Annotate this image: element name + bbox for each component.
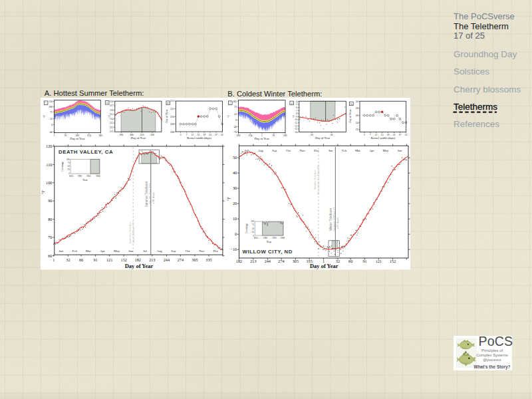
svg-text:−8: −8 xyxy=(295,112,298,115)
svg-text:0: 0 xyxy=(235,119,237,122)
svg-text:2000: 2000 xyxy=(96,175,100,178)
svg-text:Jun: Jun xyxy=(128,249,133,253)
svg-text:Day of Year: Day of Year xyxy=(125,263,154,269)
svg-text:WILLOW CITY, ND: WILLOW CITY, ND xyxy=(243,249,293,255)
svg-text:ii: ii xyxy=(291,102,293,105)
svg-text:1853: 1853 xyxy=(254,237,259,239)
svg-text:Day of Year: Day of Year xyxy=(255,137,270,140)
svg-text:19: 19 xyxy=(203,134,205,136)
svg-text:A. Hottest Summer Teletherm:: A. Hottest Summer Teletherm: xyxy=(45,89,144,97)
svg-text:274: 274 xyxy=(87,134,91,137)
svg-text:30: 30 xyxy=(331,134,333,136)
svg-text:Mar: Mar xyxy=(355,149,360,152)
svg-text:110: 110 xyxy=(46,162,52,167)
svg-text:°F: °F xyxy=(41,190,45,195)
svg-text:213: 213 xyxy=(149,257,155,262)
svg-text:i: i xyxy=(46,102,47,104)
svg-text:10: 10 xyxy=(233,216,237,221)
svg-text:244: 244 xyxy=(164,257,170,262)
svg-text:31: 31 xyxy=(405,134,408,136)
svg-text:75: 75 xyxy=(68,162,70,164)
svg-text:1853: 1853 xyxy=(69,175,74,178)
svg-text:Kernel width (days): Kernel width (days) xyxy=(371,136,396,140)
svg-text:Oct: Oct xyxy=(286,149,291,152)
svg-text:25: 25 xyxy=(252,231,255,233)
svg-text:−13: −13 xyxy=(294,128,298,130)
svg-text:May: May xyxy=(114,249,120,253)
svg-text:60: 60 xyxy=(79,257,83,262)
svg-text:130: 130 xyxy=(49,100,53,103)
svg-text:Nov: Nov xyxy=(199,249,205,253)
svg-text:11: 11 xyxy=(191,134,194,136)
svg-text:100: 100 xyxy=(49,106,53,108)
svg-text:100: 100 xyxy=(46,180,52,185)
svg-text:91: 91 xyxy=(94,257,98,262)
svg-text:11: 11 xyxy=(375,134,378,136)
svg-text:25: 25 xyxy=(68,168,70,171)
svg-text:−10: −10 xyxy=(231,247,237,251)
svg-text:Jan: Jan xyxy=(329,149,333,152)
svg-text:22: 22 xyxy=(356,128,358,131)
svg-text:Day of Year: Day of Year xyxy=(315,136,331,140)
svg-text:Aug: Aug xyxy=(156,249,162,253)
svg-text:220: 220 xyxy=(150,134,154,136)
svg-text:B. Coldest Winter Teletherm:: B. Coldest Winter Teletherm: xyxy=(227,90,322,98)
svg-text:111: 111 xyxy=(110,130,114,133)
svg-text:Coverage: Coverage xyxy=(61,161,64,172)
svg-text:100: 100 xyxy=(66,158,70,161)
svg-text:72: 72 xyxy=(50,111,53,114)
svg-text:°F: °F xyxy=(108,114,111,118)
svg-text:3: 3 xyxy=(364,134,365,136)
svg-text:iii: iii xyxy=(167,102,169,104)
svg-text:117: 117 xyxy=(110,104,114,107)
svg-text:May: May xyxy=(383,149,389,152)
svg-text:116: 116 xyxy=(110,109,114,112)
svg-text:Year: Year xyxy=(82,178,88,182)
svg-text:190: 190 xyxy=(119,134,123,136)
svg-text:1950: 1950 xyxy=(272,237,277,239)
svg-text:118: 118 xyxy=(110,100,114,103)
svg-text:Apr: Apr xyxy=(100,249,105,253)
svg-text:60: 60 xyxy=(48,253,52,258)
svg-text:209: 209 xyxy=(170,123,174,126)
svg-text:20: 20 xyxy=(311,134,313,136)
svg-text:Dec: Dec xyxy=(314,149,319,152)
svg-text:−14: −14 xyxy=(294,131,298,134)
svg-text:DEATH VALLEY, CA: DEATH VALLEY, CA xyxy=(59,149,113,155)
svg-text:−4: −4 xyxy=(295,100,298,103)
svg-text:−7: −7 xyxy=(295,110,298,112)
svg-text:Sep: Sep xyxy=(272,149,277,152)
svg-text:Day of Year: Day of Year xyxy=(310,263,338,269)
svg-text:1900: 1900 xyxy=(78,175,82,178)
svg-text:23: 23 xyxy=(393,134,396,136)
svg-text:1: 1 xyxy=(54,134,55,137)
svg-text:80: 80 xyxy=(48,217,52,221)
svg-text:Day of Year: Day of Year xyxy=(348,109,352,123)
svg-text:40: 40 xyxy=(233,170,237,175)
svg-text:23: 23 xyxy=(209,134,211,136)
svg-text:June 21/Day 172: June 21/Day 172 xyxy=(132,221,135,244)
svg-text:24: 24 xyxy=(356,122,358,124)
svg-text:210: 210 xyxy=(140,134,144,136)
svg-text:ii: ii xyxy=(106,102,108,104)
svg-text:-40: -40 xyxy=(49,131,53,134)
svg-text:75: 75 xyxy=(252,223,255,226)
svg-text:32: 32 xyxy=(50,118,53,120)
svg-text:7: 7 xyxy=(186,134,187,136)
svg-text:30: 30 xyxy=(356,100,358,103)
svg-text:305: 305 xyxy=(192,257,198,262)
svg-text:Feb: Feb xyxy=(342,149,347,152)
svg-text:105: 105 xyxy=(233,100,237,103)
svg-text:274: 274 xyxy=(178,257,184,262)
svg-text:27: 27 xyxy=(399,134,402,136)
svg-text:Coverage: Coverage xyxy=(245,223,248,234)
svg-text:27: 27 xyxy=(215,134,217,136)
svg-text:152: 152 xyxy=(121,257,127,262)
svg-text:°F: °F xyxy=(292,114,295,118)
svg-text:Jul: Jul xyxy=(143,249,147,253)
svg-text:2000: 2000 xyxy=(281,237,285,239)
svg-text:181: 181 xyxy=(283,134,287,137)
svg-text:3: 3 xyxy=(180,134,181,136)
svg-text:Day of Year: Day of Year xyxy=(165,109,168,123)
svg-text:Year: Year xyxy=(267,240,272,243)
